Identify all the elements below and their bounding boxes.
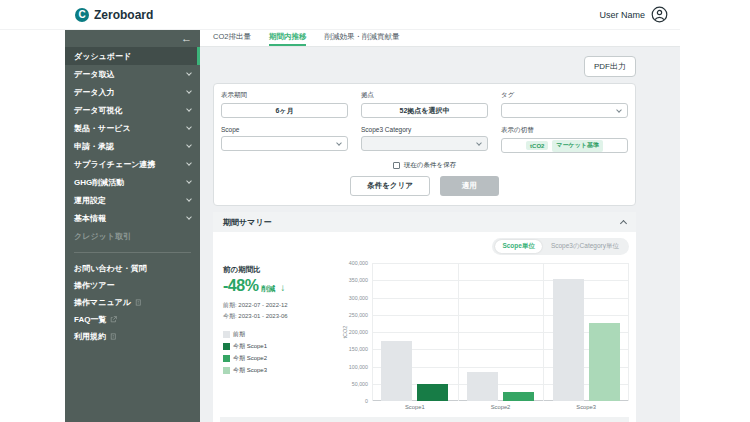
display-toggle-box[interactable]: tCO2 マーケット基準 xyxy=(501,138,628,153)
sidebar-collapse-row: ← xyxy=(65,30,200,47)
comparison-value-row: -48% 削減 ↓ xyxy=(223,277,338,295)
scope3-category-select xyxy=(361,136,488,151)
field-label: タグ xyxy=(501,91,628,100)
current-period-text: 今期: 2023-01 - 2023-06 xyxy=(223,311,338,322)
chevron-down-icon xyxy=(186,142,192,148)
sidebar-item-label: 運用設定 xyxy=(74,195,106,206)
sidebar-collapse-icon[interactable]: ← xyxy=(181,33,192,44)
sidebar-item-data-entry[interactable]: データ入力 xyxy=(65,83,200,101)
chart-plot-area: Scope1Scope2Scope3 xyxy=(372,263,629,401)
legend-item: 今期 Scope2 xyxy=(223,354,338,363)
unit-badge[interactable]: tCO2 xyxy=(526,141,548,150)
comparison-periods: 前期: 2022-07 - 2022-12 今期: 2023-01 - 2023… xyxy=(223,300,338,322)
sidebar-item-products-services[interactable]: 製品・サービス xyxy=(65,119,200,137)
filter-buttons-row: 条件をクリア 適用 xyxy=(221,176,628,196)
y-tick-label: 200,000 xyxy=(349,329,368,335)
bar-current-period-scope1 xyxy=(417,384,448,401)
sidebar-item-application-approval[interactable]: 申請・承認 xyxy=(65,137,200,155)
field-scope: Scope xyxy=(221,126,348,153)
sidebar-item-label: データ可視化 xyxy=(74,105,122,116)
field-label: Scope xyxy=(221,126,348,133)
zeroboard-logo-icon: C xyxy=(75,8,89,22)
sidebar-item-basic-info[interactable]: 基本情報 xyxy=(65,209,200,227)
sidebar-item-tour[interactable]: 操作ツアー xyxy=(65,277,200,294)
sidebar-item-terms[interactable]: 利用規約 xyxy=(65,328,200,345)
tab-co2-emissions[interactable]: CO2排出量 xyxy=(213,30,251,46)
sidebar-item-label: 基本情報 xyxy=(74,213,106,224)
sidebar-item-supply-chain[interactable]: サプライチェーン連携 xyxy=(65,155,200,173)
legend-item: 今期 Scope1 xyxy=(223,342,338,351)
bar-groups: Scope1Scope2Scope3 xyxy=(372,263,629,401)
sidebar-item-dashboard[interactable]: ダッシュボード xyxy=(65,47,200,65)
user-name: User Name xyxy=(599,10,645,20)
tab-reduction-effect[interactable]: 削減効果・削減貢献量 xyxy=(324,30,399,46)
field-scope3-category: Scope3 Category xyxy=(361,126,488,153)
chevron-down-icon xyxy=(186,88,192,94)
x-axis-label: Scope2 xyxy=(458,404,544,410)
y-tick-label: 250,000 xyxy=(349,312,368,318)
external-link-icon xyxy=(110,316,117,323)
x-axis-label: Scope1 xyxy=(372,404,458,410)
field-label: Scope3 Category xyxy=(361,126,488,133)
period-summary-header[interactable]: 期間サマリー xyxy=(213,212,636,232)
chevron-down-icon xyxy=(186,124,192,130)
apply-button[interactable]: 適用 xyxy=(440,176,499,196)
toggle-scope-unit[interactable]: Scope単位 xyxy=(495,240,542,253)
vertical-gridline xyxy=(458,263,459,401)
save-conditions-row[interactable]: 現在の条件を保存 xyxy=(221,161,628,170)
legend-item: 今期 Scope3 xyxy=(223,366,338,375)
comparison-stats: 前の期間比 -48% 削減 ↓ 前期: 2022-07 - 2022-12 今期… xyxy=(220,259,338,401)
chevron-up-icon[interactable] xyxy=(620,220,627,227)
unit-toggle-row: Scope単位 Scope3のCategory単位 xyxy=(220,238,629,255)
sidebar-divider xyxy=(74,252,191,253)
app-window: C Zeroboard User Name ← ダッシュボード データ取込 xyxy=(0,0,680,422)
user-avatar-icon[interactable] xyxy=(651,6,668,23)
vertical-gridline xyxy=(543,263,544,401)
chevron-down-icon xyxy=(186,196,192,202)
chevron-down-icon xyxy=(186,178,192,184)
y-tick-label: 100,000 xyxy=(349,364,368,370)
legend-swatch xyxy=(223,367,230,374)
sidebar-item-data-import[interactable]: データ取込 xyxy=(65,65,200,83)
sidebar-item-label: クレジット取引 xyxy=(74,231,131,242)
sidebar-item-manual[interactable]: 操作マニュアル xyxy=(65,294,200,311)
user-menu[interactable]: User Name xyxy=(599,6,668,23)
sidebar-item-ghg-reduction[interactable]: GHG削減活動 xyxy=(65,173,200,191)
period-summary-title: 期間サマリー xyxy=(223,217,272,228)
legend-swatch xyxy=(223,355,230,362)
pdf-export-button[interactable]: PDF出力 xyxy=(584,56,636,77)
sidebar-item-credit-trading: クレジット取引 xyxy=(65,227,200,245)
sidebar-nav: ダッシュボード データ取込 データ入力 データ可視化 製品・サービス 申請・承認 xyxy=(65,47,200,245)
site-select-button[interactable]: 52拠点を選択中 xyxy=(361,103,488,118)
chevron-down-icon xyxy=(336,140,342,146)
chevron-down-icon xyxy=(186,214,192,220)
tab-bar: CO2排出量 期間内推移 削減効果・削減貢献量 xyxy=(200,30,680,47)
chevron-down-icon xyxy=(616,107,622,113)
sidebar-item-contact[interactable]: お問い合わせ・質問 xyxy=(65,260,200,277)
save-conditions-checkbox[interactable] xyxy=(393,162,400,169)
toggle-scope3-category-unit[interactable]: Scope3のCategory単位 xyxy=(544,240,626,253)
logo: C Zeroboard xyxy=(75,8,153,22)
scope-select[interactable] xyxy=(221,136,348,151)
bar-current-period-scope3 xyxy=(589,323,620,401)
sidebar-item-label: GHG削減活動 xyxy=(74,177,124,188)
vertical-gridline xyxy=(628,263,629,401)
clear-conditions-button[interactable]: 条件をクリア xyxy=(350,176,430,196)
comparison-label: 前の期間比 xyxy=(223,265,338,275)
tag-select[interactable] xyxy=(501,103,628,118)
chart-legend: 前期 今期 Scope1 今期 Scope2 xyxy=(223,330,338,375)
bar-prev-period-scope3 xyxy=(553,279,584,401)
sidebar-item-data-visualization[interactable]: データ可視化 xyxy=(65,101,200,119)
y-tick-label: 350,000 xyxy=(349,277,368,283)
vertical-gridline xyxy=(372,263,373,401)
display-period-button[interactable]: 6ヶ月 xyxy=(221,103,348,118)
bar-prev-period-scope2 xyxy=(467,372,498,401)
tab-period-trend[interactable]: 期間内推移 xyxy=(269,30,307,46)
sidebar-item-label: FAQ一覧 xyxy=(74,314,106,325)
sidebar-item-faq[interactable]: FAQ一覧 xyxy=(65,311,200,328)
field-label: 表示期間 xyxy=(221,91,348,100)
market-basis-badge[interactable]: マーケット基準 xyxy=(552,140,603,152)
sidebar-item-operation-settings[interactable]: 運用設定 xyxy=(65,191,200,209)
sidebar-item-label: サプライチェーン連携 xyxy=(74,159,155,170)
app-header: C Zeroboard User Name xyxy=(0,0,680,30)
